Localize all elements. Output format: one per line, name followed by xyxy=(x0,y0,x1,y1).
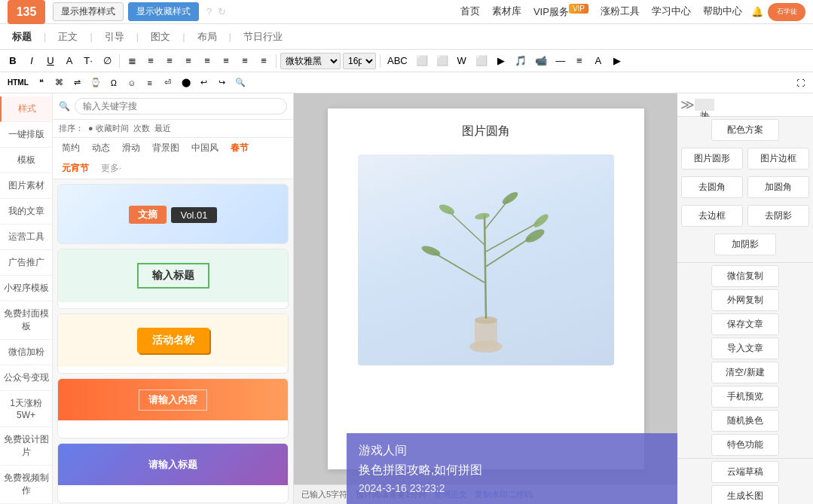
template-card-1[interactable]: 文摘 Vol.01 xyxy=(57,184,289,244)
quote-btn[interactable]: ❝ xyxy=(33,75,50,91)
show-recommend-btn[interactable]: 显示推荐样式 xyxy=(53,2,124,21)
user-avatar[interactable]: 石学徒 xyxy=(768,3,805,21)
tag-spring[interactable]: 春节 xyxy=(228,141,252,155)
nav-help[interactable]: 帮助中心 xyxy=(703,5,742,19)
expand-btn[interactable]: ▶ xyxy=(609,53,625,69)
sidebar-item-format[interactable]: 一键排版 xyxy=(0,122,52,148)
img-btn5[interactable]: ▶ xyxy=(493,53,509,69)
special-feature-btn[interactable]: 特色功能 xyxy=(711,434,779,456)
nav-home[interactable]: 首页 xyxy=(460,5,480,19)
code-btn[interactable]: ⌘ xyxy=(51,75,68,91)
external-copy-btn[interactable]: 外网复制 xyxy=(711,289,779,311)
font-size-select[interactable]: 16px xyxy=(343,53,376,69)
sidebar-item-template[interactable]: 模板 xyxy=(0,148,52,173)
import-article-btn[interactable]: 导入文章 xyxy=(711,338,779,359)
tag-bg[interactable]: 背景图 xyxy=(149,141,182,155)
sidebar-item-monetize[interactable]: 公众号变现 xyxy=(0,365,52,391)
img-btn9[interactable]: ≡ xyxy=(571,53,588,69)
img-btn10[interactable]: A xyxy=(590,53,607,69)
style-tab-yindao[interactable]: 引导 xyxy=(100,30,129,44)
remove-border-btn[interactable]: 去边框 xyxy=(681,205,743,227)
align-btn2[interactable]: ≡ xyxy=(142,53,159,69)
tag-lantern[interactable]: 元宵节 xyxy=(59,161,92,176)
nav-fans[interactable]: 涨粉工具 xyxy=(601,5,640,19)
undo-btn[interactable]: ↩ xyxy=(196,75,212,91)
img-btn4[interactable]: ⬜ xyxy=(472,53,491,69)
img-btn1[interactable]: ⬜ xyxy=(413,53,431,69)
sidebar-item-wechat-fans[interactable]: 微信加粉 xyxy=(0,340,52,365)
sidebar-item-style[interactable]: 样式 xyxy=(0,96,52,122)
remove-shadow-btn[interactable]: 去阴影 xyxy=(747,205,809,227)
sort-option-recent[interactable]: 最近 xyxy=(154,123,171,134)
mobile-preview-btn[interactable]: 手机预览 xyxy=(711,386,779,408)
style-tab-biaoti[interactable]: 标题 xyxy=(8,30,36,44)
nav-material[interactable]: 素材库 xyxy=(492,5,521,19)
generate-long-btn[interactable]: 生成长图 xyxy=(711,485,779,504)
special-char-btn[interactable]: Ω xyxy=(105,75,122,91)
photo-border-btn[interactable]: 图片边框 xyxy=(747,148,809,170)
align-btn4[interactable]: ≡ xyxy=(180,53,197,69)
link-btn[interactable]: ⇌ xyxy=(69,75,86,91)
align-btn1[interactable]: ≣ xyxy=(124,53,140,69)
enter-btn[interactable]: ⏎ xyxy=(160,75,176,91)
tag-scroll[interactable]: 滑动 xyxy=(119,141,143,155)
remove-corner-btn[interactable]: 去圆角 xyxy=(681,176,743,198)
sidebar-item-image[interactable]: 图片素材 xyxy=(0,173,52,199)
sidebar-item-free-cover[interactable]: 免费封面模板 xyxy=(0,301,52,340)
tag-chinese[interactable]: 中国风 xyxy=(188,141,222,155)
sidebar-item-operation[interactable]: 运营工具 xyxy=(0,225,52,250)
align-btn7[interactable]: ≡ xyxy=(237,53,253,69)
photo-shape-btn[interactable]: 图片圆形 xyxy=(681,148,743,170)
sidebar-item-free-video[interactable]: 免费视频制作 xyxy=(0,466,52,504)
nav-vip[interactable]: VIP服务VIP xyxy=(533,5,588,19)
tag-simple[interactable]: 简约 xyxy=(59,141,83,155)
add-shadow-btn[interactable]: 加阴影 xyxy=(714,234,776,255)
img-btn6[interactable]: 🎵 xyxy=(512,53,530,69)
font-style-btn[interactable]: T· xyxy=(80,53,96,69)
random-color-btn[interactable]: 随机换色 xyxy=(711,410,779,432)
sidebar-item-free-design[interactable]: 免费设计图片 xyxy=(0,427,52,466)
tag-more[interactable]: 更多· xyxy=(98,161,124,176)
clear-btn[interactable]: ∅ xyxy=(99,53,115,69)
clear-new-btn[interactable]: 清空/新建 xyxy=(711,362,779,383)
sidebar-item-miniapp[interactable]: 小程序模板 xyxy=(0,276,52,301)
align-btn3[interactable]: ≡ xyxy=(161,53,178,69)
img-btn2[interactable]: ⬜ xyxy=(433,53,451,69)
img-btn8[interactable]: — xyxy=(552,53,569,69)
style-tab-zhengwen[interactable]: 正文 xyxy=(53,30,82,44)
tag-dynamic[interactable]: 动态 xyxy=(89,141,113,155)
html-btn[interactable]: HTML xyxy=(5,75,32,91)
align-btn6[interactable]: ≡ xyxy=(218,53,234,69)
sidebar-item-fans5w[interactable]: 1天涨粉5W+ xyxy=(0,391,52,427)
cloud-draft-btn[interactable]: 云端草稿 xyxy=(711,461,779,483)
template-card-5[interactable]: 请输入标题 xyxy=(57,443,289,503)
nav-learn[interactable]: 学习中心 xyxy=(652,5,691,19)
search-editor-btn[interactable]: 🔍 xyxy=(232,75,249,91)
collapse-icon[interactable]: ≫ xyxy=(680,96,695,113)
list-btn[interactable]: ≡ xyxy=(142,75,158,91)
add-corner-btn[interactable]: 加圆角 xyxy=(747,176,809,198)
time-btn[interactable]: ⌚ xyxy=(87,75,104,91)
style-tab-jieri[interactable]: 节日行业 xyxy=(239,30,287,44)
sort-option-collect[interactable]: ● 收藏时间 xyxy=(88,123,129,134)
dot-btn[interactable]: ⬤ xyxy=(178,75,194,91)
img-btn7[interactable]: 📹 xyxy=(532,53,550,69)
wechat-copy-btn[interactable]: 微信复制 xyxy=(711,265,779,287)
italic-btn[interactable]: I xyxy=(23,53,40,69)
align-btn5[interactable]: ≡ xyxy=(199,53,215,69)
bell-icon[interactable]: 🔔 xyxy=(751,6,763,17)
style-tab-buju[interactable]: 布局 xyxy=(193,30,222,44)
search-input[interactable] xyxy=(75,98,287,115)
template-card-2[interactable]: 输入标题 xyxy=(57,249,289,309)
sidebar-item-article[interactable]: 我的文章 xyxy=(0,199,52,225)
font-name-select[interactable]: 微软雅黑 xyxy=(280,53,341,69)
font-color-btn[interactable]: A xyxy=(61,53,78,69)
show-collect-btn[interactable]: 显示收藏样式 xyxy=(128,2,199,21)
abc-btn[interactable]: ABC xyxy=(384,53,411,69)
img-btn3[interactable]: W xyxy=(454,53,470,69)
underline-btn[interactable]: U xyxy=(42,53,59,69)
sidebar-item-ad[interactable]: 广告推广 xyxy=(0,250,52,276)
emoji-btn[interactable]: ☺ xyxy=(124,75,140,91)
template-card-4[interactable]: 请输入内容 xyxy=(57,378,289,438)
template-card-3[interactable]: 活动名称 xyxy=(57,313,289,374)
